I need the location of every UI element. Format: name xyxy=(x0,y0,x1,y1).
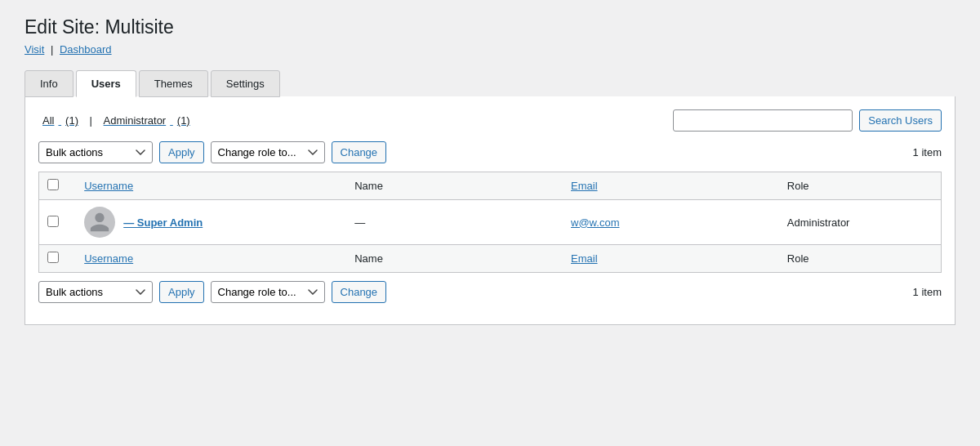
page-links: Visit | Dashboard xyxy=(24,43,956,56)
username-link[interactable]: — Super Admin xyxy=(123,216,203,229)
table-footer-header-row: Username Name Email Role xyxy=(39,245,942,273)
tab-users[interactable]: Users xyxy=(76,70,136,97)
top-change-button[interactable]: Change xyxy=(332,141,387,163)
email-sort-link[interactable]: Email xyxy=(571,180,598,192)
header-username-col: Username xyxy=(76,172,346,200)
username-sort-link[interactable]: Username xyxy=(84,180,133,192)
table-row: — Super Admin — w@w.com Administrator xyxy=(39,200,942,245)
tab-settings[interactable]: Settings xyxy=(211,70,280,97)
select-all-checkbox[interactable] xyxy=(47,179,59,190)
top-apply-button[interactable]: Apply xyxy=(159,141,204,163)
row-checkbox[interactable] xyxy=(47,216,59,227)
top-change-role-select[interactable]: Change role to... xyxy=(211,141,325,163)
filter-admin-link[interactable]: Administrator (1) xyxy=(100,114,194,127)
search-input[interactable] xyxy=(673,109,853,132)
filter-links: All (1) | Administrator (1) xyxy=(38,114,194,127)
bottom-item-count: 1 item xyxy=(913,286,942,298)
search-users-button[interactable]: Search Users xyxy=(859,109,942,132)
tab-bar: Info Users Themes Settings xyxy=(24,70,956,97)
bottom-actions-row: Bulk actions Apply Change role to... Cha… xyxy=(38,281,942,303)
top-item-count: 1 item xyxy=(913,146,942,158)
select-all-bottom-checkbox[interactable] xyxy=(47,252,59,263)
header-role-col: Role xyxy=(779,172,942,200)
footer-checkbox-col xyxy=(39,245,77,273)
link-separator: | xyxy=(51,43,53,56)
row-email-cell: w@w.com xyxy=(563,200,779,245)
username-sort-link-bottom[interactable]: Username xyxy=(84,252,133,265)
email-sort-link-bottom[interactable]: Email xyxy=(571,252,598,265)
email-link[interactable]: w@w.com xyxy=(571,216,619,229)
bottom-change-role-select[interactable]: Change role to... xyxy=(211,281,325,303)
footer-name-col: Name xyxy=(346,245,563,273)
user-avatar-icon xyxy=(88,211,111,234)
bottom-apply-button[interactable]: Apply xyxy=(159,281,204,303)
page-title: Edit Site: Multisite xyxy=(24,16,956,38)
bottom-change-button[interactable]: Change xyxy=(332,281,387,303)
filter-separator: | xyxy=(90,114,92,127)
row-checkbox-cell xyxy=(39,200,77,245)
tab-info[interactable]: Info xyxy=(24,70,74,97)
bottom-bulk-actions-select[interactable]: Bulk actions xyxy=(38,281,153,303)
avatar xyxy=(84,207,115,238)
filter-all-link[interactable]: All (1) xyxy=(38,114,82,127)
header-checkbox-col xyxy=(39,172,77,200)
header-name-col: Name xyxy=(346,172,563,200)
footer-role-col: Role xyxy=(779,245,942,273)
top-actions-row: Bulk actions Apply Change role to... Cha… xyxy=(38,141,942,163)
table-header-row: Username Name Email Role xyxy=(39,172,942,200)
row-name-cell: — xyxy=(346,200,563,245)
dashboard-link[interactable]: Dashboard xyxy=(60,43,112,56)
row-role-cell: Administrator xyxy=(779,200,942,245)
footer-email-col: Email xyxy=(563,245,779,273)
users-table: Username Name Email Role xyxy=(38,172,942,273)
visit-link[interactable]: Visit xyxy=(24,43,44,56)
filter-row: All (1) | Administrator (1) Search Users xyxy=(38,109,942,132)
tab-themes[interactable]: Themes xyxy=(139,70,208,97)
footer-username-col: Username xyxy=(76,245,346,273)
search-area: Search Users xyxy=(673,109,942,132)
content-area: All (1) | Administrator (1) Search Users… xyxy=(24,96,956,325)
top-bulk-actions-select[interactable]: Bulk actions xyxy=(38,141,153,163)
header-email-col: Email xyxy=(563,172,779,200)
row-username-cell: — Super Admin xyxy=(76,200,346,245)
